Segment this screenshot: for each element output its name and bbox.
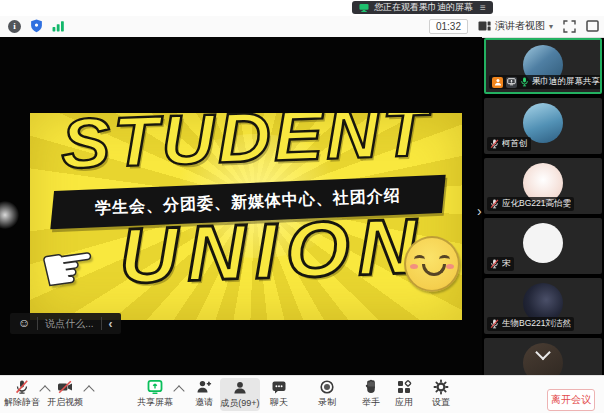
shared-screen-stage: STUDENT 学生会、分团委、新媒体中心、社团介绍 UNION ☛ ☺ 说点什…	[0, 37, 482, 375]
smiley-mouth	[422, 264, 446, 276]
invite-button[interactable]: 邀请	[184, 379, 224, 409]
participant-name: 应化BG221高怡雯	[502, 198, 571, 210]
tool-label: 录制	[318, 396, 336, 409]
security-shield-icon[interactable]	[30, 19, 43, 33]
watching-screen-badge[interactable]: 您正在观看果巾迪的屏幕 ≡	[352, 1, 493, 14]
sidebar-collapse-icon[interactable]: ›	[477, 204, 482, 218]
participant-tile[interactable]: 生物BG221刘洁然	[484, 278, 602, 334]
tool-label: 邀请	[195, 396, 213, 409]
slide-title-union: UNION	[118, 206, 426, 295]
smiley-eye	[414, 255, 425, 264]
meeting-timer: 01:32	[429, 19, 468, 34]
raise-hand-icon	[363, 379, 379, 395]
divider	[101, 317, 102, 330]
smiley-cheek	[410, 264, 418, 269]
meeting-window: 您正在观看果巾迪的屏幕 ≡ i 01:32	[0, 0, 604, 413]
chat-collapse-icon[interactable]: ‹	[109, 317, 113, 331]
mic-muted-icon	[490, 139, 499, 149]
chat-button[interactable]: 聊天	[259, 379, 299, 409]
participant-name: 宋	[502, 258, 511, 270]
watching-badge-text: 您正在观看果巾迪的屏幕	[374, 1, 473, 14]
share-screen-icon	[147, 379, 163, 395]
tool-label: 解除静音	[4, 396, 40, 409]
share-screen-button[interactable]: 共享屏幕	[135, 379, 175, 409]
smiley-eye	[439, 255, 450, 264]
mic-on-icon	[520, 77, 529, 87]
screen-share-monitor-icon	[359, 3, 369, 13]
invite-icon	[196, 379, 212, 395]
start-video-button[interactable]: 开启视频	[45, 379, 85, 409]
divider	[37, 317, 38, 330]
record-icon	[319, 379, 335, 395]
tool-label: 开启视频	[47, 396, 83, 409]
record-button[interactable]: 录制	[307, 379, 347, 409]
participant-namebar: 果巾迪的屏幕共享	[489, 75, 602, 89]
mic-muted-icon	[490, 319, 499, 329]
tool-label: 聊天	[270, 396, 288, 409]
participant-namebar: 生物BG221刘洁然	[487, 317, 574, 331]
badge-menu-icon[interactable]: ≡	[480, 2, 486, 13]
fullscreen-icon[interactable]	[563, 20, 576, 33]
quick-chat-bar[interactable]: ☺ 说点什么... ‹	[10, 313, 121, 334]
mic-muted-icon	[490, 199, 499, 209]
presentation-slide: STUDENT 学生会、分团委、新媒体中心、社团介绍 UNION ☛	[30, 113, 462, 320]
menubar-left-icons: i	[8, 19, 65, 33]
participant-namebar: 柯首创	[487, 137, 531, 151]
speaker-view-icon	[478, 20, 491, 32]
avatar	[523, 223, 563, 263]
participants-sidebar: 果巾迪的屏幕共享 柯首创 应化BG2	[484, 38, 602, 375]
participant-name: 生物BG221刘洁然	[502, 318, 571, 330]
tool-label: 共享屏幕	[137, 396, 173, 409]
tool-label: 成员(99+)	[220, 397, 259, 410]
network-signal-icon[interactable]	[52, 20, 65, 32]
tool-label: 举手	[362, 396, 380, 409]
settings-gear-icon	[433, 379, 449, 395]
apps-icon	[396, 379, 412, 395]
menubar-right-controls: 01:32 演讲者视图 ▾	[429, 18, 599, 34]
tool-label: 设置	[432, 396, 450, 409]
settings-button[interactable]: 设置	[421, 379, 461, 409]
view-mode-caret-icon: ▾	[549, 22, 553, 31]
view-mode-label: 演讲者视图	[495, 19, 545, 33]
participant-tile[interactable]: 柯首创	[484, 98, 602, 154]
title-strip: 您正在观看果巾迪的屏幕 ≡	[0, 0, 604, 16]
chat-input[interactable]: 说点什么...	[45, 317, 93, 331]
participant-tile-partial[interactable]	[484, 338, 602, 375]
participant-name: 柯首创	[502, 138, 528, 150]
unmute-button[interactable]: 解除静音	[2, 379, 42, 409]
camera-off-icon	[57, 379, 73, 395]
chat-icon	[271, 379, 287, 395]
meeting-info-icon[interactable]: i	[8, 20, 21, 33]
view-mode-selector[interactable]: 演讲者视图 ▾	[478, 19, 553, 33]
members-icon	[232, 380, 248, 396]
participant-tile-sharing[interactable]: 果巾迪的屏幕共享	[484, 38, 602, 94]
apps-button[interactable]: 应用	[384, 379, 424, 409]
smiley-cheek	[446, 264, 454, 269]
share-options-chevron-icon[interactable]	[173, 385, 184, 396]
participant-namebar: 应化BG221高怡雯	[487, 197, 574, 211]
slide-title-student: STUDENT	[60, 113, 431, 179]
emoji-picker-icon[interactable]: ☺	[18, 313, 30, 334]
mic-off-icon	[14, 379, 30, 395]
smiley-face-icon	[404, 236, 460, 292]
participant-tile[interactable]: 应化BG221高怡雯	[484, 158, 602, 214]
bottom-toolbar: 解除静音 开启视频 共享屏幕	[0, 375, 604, 413]
pointing-hand-icon: ☛	[35, 229, 102, 306]
mic-muted-icon	[490, 259, 499, 269]
tool-label: 应用	[395, 396, 413, 409]
video-options-chevron-icon[interactable]	[83, 385, 94, 396]
participant-tile[interactable]: 宋	[484, 218, 602, 274]
host-badge-icon	[492, 77, 503, 88]
menubar: i 01:32 演讲者视图 ▾	[0, 16, 604, 38]
members-button[interactable]: 成员(99+)	[220, 378, 260, 411]
left-edge-glow	[0, 201, 19, 229]
window-layout-icon[interactable]	[586, 20, 599, 32]
leave-meeting-button[interactable]: 离开会议	[547, 389, 595, 411]
screen-share-badge-icon	[506, 77, 517, 88]
participant-name: 果巾迪的屏幕共享	[532, 76, 600, 88]
participant-namebar: 宋	[487, 257, 514, 271]
